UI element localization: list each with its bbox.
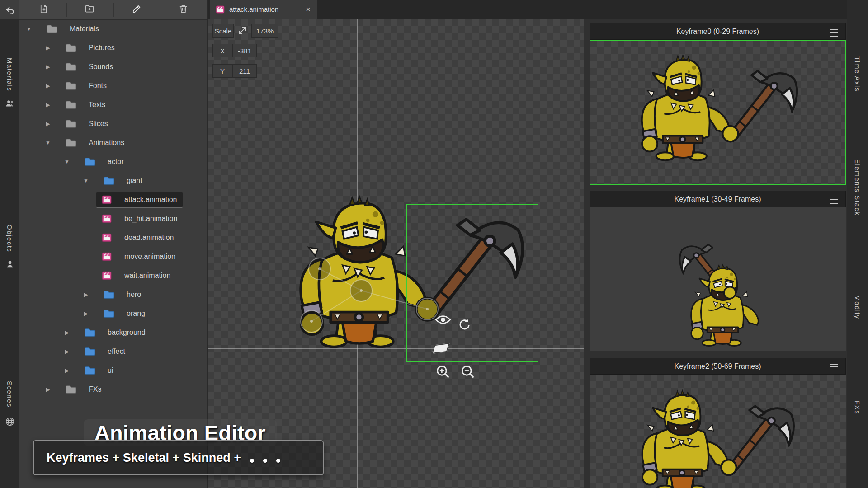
tree-item-animations[interactable]: ▼Animations <box>19 133 207 152</box>
expand-icon[interactable]: ▶ <box>80 291 91 298</box>
keyframe-header[interactable]: Keyframe0 (0-29 Frames) <box>590 23 846 40</box>
keyframe-thumbnail[interactable] <box>590 40 846 185</box>
y-value-field[interactable]: 211 <box>232 64 257 78</box>
tree-item-be-hit-animation[interactable]: be_hit.animation <box>19 209 207 228</box>
tree-item-body[interactable]: hero <box>98 286 147 303</box>
rename-button[interactable] <box>129 2 144 17</box>
collapse-icon[interactable]: ▼ <box>42 140 53 146</box>
new-file-button[interactable] <box>36 2 51 17</box>
tree-item-sounds[interactable]: ▶Sounds <box>19 57 207 76</box>
tree-item-texts[interactable]: ▶Texts <box>19 95 207 114</box>
tree-item-body[interactable]: giant <box>98 173 148 189</box>
x-value-field[interactable]: -381 <box>232 44 257 57</box>
tree-item-wait-animation[interactable]: wait.animation <box>19 266 207 285</box>
rail-tab-time-axis[interactable]: Time Axis <box>854 56 861 92</box>
animation-file-icon <box>216 5 225 14</box>
back-button[interactable] <box>0 0 19 19</box>
tree-item-fxs[interactable]: ▶FXs <box>19 380 207 399</box>
tree-item-body[interactable]: Texts <box>60 97 111 113</box>
animation-canvas[interactable]: Scale 173% X -381 Y 211 <box>208 19 584 488</box>
scale-value-field[interactable]: 173% <box>251 24 278 38</box>
hamburger-icon[interactable] <box>830 197 838 204</box>
expand-icon[interactable]: ▶ <box>61 367 72 374</box>
tree-item-label: wait.animation <box>124 272 170 280</box>
expand-icon[interactable]: ▶ <box>42 102 53 108</box>
tree-item-label: ui <box>108 366 113 375</box>
tree-item-body[interactable]: actor <box>79 154 130 170</box>
tree-item-background[interactable]: ▶background <box>19 323 207 342</box>
tree-item-body[interactable]: effect <box>79 343 131 360</box>
folder-gray-icon <box>65 42 78 53</box>
promo-dots <box>250 453 280 463</box>
collapse-icon[interactable]: ▼ <box>61 159 72 165</box>
expand-icon[interactable]: ▶ <box>42 121 53 127</box>
expand-icon[interactable]: ▶ <box>42 45 53 51</box>
keyframe-title: Keyframe0 (0-29 Frames) <box>676 28 759 36</box>
tree-item-body[interactable]: Sounds <box>60 59 119 75</box>
tree-item-body[interactable]: Fonts <box>60 78 113 94</box>
hamburger-icon[interactable] <box>830 29 838 37</box>
expand-icon[interactable]: ▶ <box>80 310 91 317</box>
selection-box[interactable] <box>406 204 538 362</box>
tree-item-fonts[interactable]: ▶Fonts <box>19 76 207 95</box>
keyframe-panel-2: Keyframe2 (50-69 Frames) <box>590 358 846 488</box>
folder-blue-icon <box>84 365 97 376</box>
tree-item-giant[interactable]: ▼giant <box>19 171 207 190</box>
close-icon[interactable]: × <box>305 5 311 14</box>
tree-item-body[interactable]: Materials <box>41 21 105 37</box>
keyframe-thumbnail[interactable] <box>590 207 846 351</box>
rail-tab-fxs[interactable]: FXs <box>854 400 861 414</box>
rail-tab-elements-stack[interactable]: Elements Stack <box>854 159 861 216</box>
tree-item-pictures[interactable]: ▶Pictures <box>19 38 207 57</box>
expand-icon[interactable]: ▶ <box>61 329 72 336</box>
zoom-in-icon[interactable] <box>435 364 451 380</box>
hamburger-icon[interactable] <box>830 364 838 371</box>
tree-item-actor[interactable]: ▼actor <box>19 152 207 171</box>
keyframe-header[interactable]: Keyframe2 (50-69 Frames) <box>590 358 846 375</box>
tree-item-orang[interactable]: ▶orang <box>19 304 207 323</box>
promo-subtitle-box: Keyframes + Skeletal + Skinned + <box>33 440 324 475</box>
tree-item-materials[interactable]: ▼Materials <box>19 19 207 38</box>
collapse-icon[interactable]: ▼ <box>24 26 34 32</box>
tree-item-slices[interactable]: ▶Slices <box>19 114 207 133</box>
tree-item-body[interactable]: move.animation <box>96 249 181 265</box>
expand-icon[interactable]: ▶ <box>42 83 53 89</box>
rail-tab-modify[interactable]: Modify <box>854 295 861 319</box>
expand-icon[interactable]: ▶ <box>61 348 72 355</box>
tree-item-attack-animation[interactable]: attack.animation <box>19 190 207 209</box>
tree-item-move-animation[interactable]: move.animation <box>19 247 207 266</box>
tree-item-dead-animation[interactable]: dead.animation <box>19 228 207 247</box>
tree-item-body[interactable]: FXs <box>60 381 107 398</box>
promo-dot <box>263 459 267 463</box>
tree-item-body[interactable]: Slices <box>60 116 114 132</box>
rail-section-objects[interactable]: Objects <box>0 225 19 269</box>
tree-item-body[interactable]: ui <box>79 362 119 379</box>
tree-item-hero[interactable]: ▶hero <box>19 285 207 304</box>
keyframe-thumbnail[interactable] <box>590 375 846 488</box>
tree-item-ui[interactable]: ▶ui <box>19 361 207 380</box>
tree-item-body[interactable]: dead.animation <box>96 230 179 246</box>
tab-attack-animation[interactable]: attack.animation × <box>210 0 317 19</box>
new-folder-button[interactable] <box>82 2 97 17</box>
rotate-icon[interactable] <box>458 318 470 331</box>
tree-item-body[interactable]: orang <box>98 305 151 322</box>
expand-icon[interactable]: ▶ <box>42 386 53 393</box>
eye-icon[interactable] <box>435 314 451 325</box>
tree-item-effect[interactable]: ▶effect <box>19 342 207 361</box>
collapse-icon[interactable]: ▼ <box>80 178 91 184</box>
tree-item-body[interactable]: Animations <box>60 135 130 151</box>
rail-section-materials[interactable]: Materials <box>0 58 19 108</box>
objects-icon <box>5 259 15 269</box>
tree-item-body[interactable]: wait.animation <box>96 267 176 284</box>
expand-icon[interactable]: ▶ <box>42 64 53 70</box>
tree-item-body[interactable]: attack.animation <box>96 192 183 208</box>
rail-section-scenes[interactable]: Scenes <box>0 381 19 427</box>
keyframe-header[interactable]: Keyframe1 (30-49 Frames) <box>590 191 846 207</box>
tree-item-body[interactable]: be_hit.animation <box>96 211 183 227</box>
zoom-out-icon[interactable] <box>460 364 476 380</box>
tree-item-body[interactable]: background <box>79 324 151 341</box>
back-arrow-icon <box>5 5 15 15</box>
resize-diagonal-icon[interactable] <box>236 25 248 37</box>
tree-item-body[interactable]: Pictures <box>60 40 121 56</box>
delete-button[interactable] <box>175 2 191 17</box>
